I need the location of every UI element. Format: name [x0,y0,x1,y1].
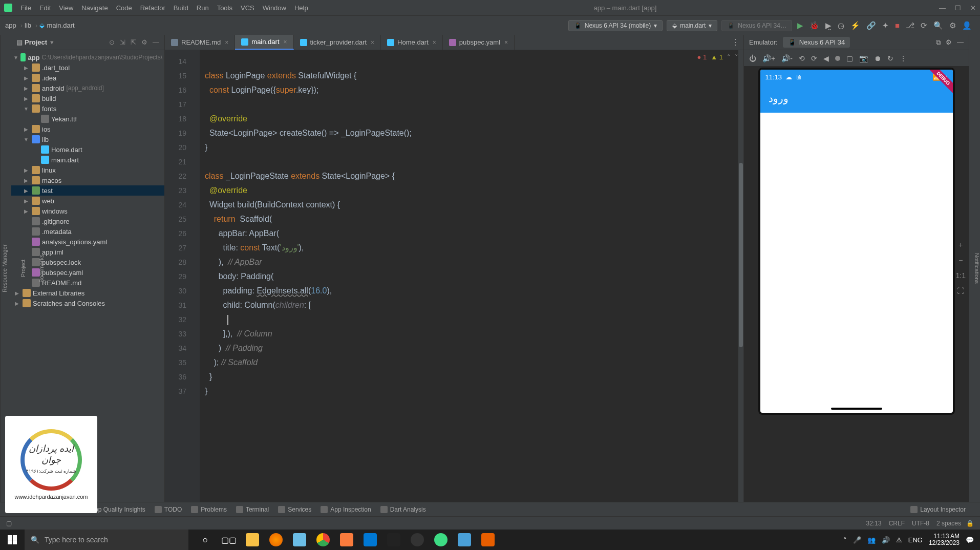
tree-item[interactable]: ▶linux [11,165,164,175]
cortana-icon[interactable]: ○ [194,530,217,550]
tree-item[interactable]: .metadata [11,226,164,237]
menu-run[interactable]: Run [194,3,212,13]
tree-root[interactable]: ▼ app C:\Users\idehpardazanjavan\StudioP… [11,52,164,62]
tree-item[interactable]: pubspec.yaml [11,267,164,278]
emulator-window-icon[interactable]: ⧉ [936,38,941,47]
tw-problems[interactable]: Problems [191,506,227,513]
avatar-icon[interactable]: 👤 [962,21,972,30]
indent[interactable]: 2 spaces [936,520,961,527]
editor-tab[interactable]: main.dart× [235,35,293,50]
tree-item[interactable]: README.md [11,278,164,288]
tree-item[interactable]: main.dart [11,155,164,165]
target-selector[interactable]: 📱 Nexus 6 API 34… [721,20,792,31]
tree-item[interactable]: .gitignore [11,216,164,226]
stop-icon[interactable]: ■ [895,21,900,30]
device-frame[interactable]: 11:13 ☁ 🗎 📶 ◢ ورود [760,70,953,413]
editor-tab[interactable]: README.md× [165,35,235,50]
editor-tab[interactable]: Home.dart× [381,35,443,50]
tree-item[interactable]: ▼lib [11,134,164,144]
flutter-icon[interactable]: ✦ [882,21,889,30]
tw-services[interactable]: Services [278,506,311,513]
power-icon[interactable]: ⏻ [749,54,756,62]
close-tab-icon[interactable]: × [284,38,287,46]
menu-file[interactable]: File [17,3,34,13]
zoom-out-icon[interactable]: − [958,256,963,264]
close-button[interactable]: ✕ [970,4,976,12]
strip-project[interactable]: Project [19,257,27,280]
overview-icon[interactable]: ▢ [846,54,853,62]
tree-item[interactable]: Yekan.ttf [11,114,164,124]
obs-icon[interactable] [406,530,429,550]
refresh-icon[interactable]: ↻ [887,54,893,62]
menu-navigate[interactable]: Navigate [78,3,111,13]
chrome-icon[interactable] [311,530,335,550]
android-studio-icon[interactable] [429,530,453,550]
tw-terminal[interactable]: Terminal [236,506,269,513]
emulator-settings-icon[interactable]: ⚙ [946,38,952,46]
back-icon[interactable]: ◀ [823,54,829,62]
tray-chevron-icon[interactable]: ˄ [843,536,847,544]
strip-resource-manager[interactable]: Resource Manager [1,241,9,295]
hide-panel-icon[interactable]: — [153,38,159,46]
menu-help[interactable]: Help [291,3,311,13]
tray-people-icon[interactable]: 👥 [867,536,876,544]
tray-network-icon[interactable]: ⚠ [896,536,902,544]
menu-build[interactable]: Build [171,3,191,13]
code-body[interactable]: class LoginPage extends StatefulWidget {… [200,50,743,502]
tree-item[interactable]: ▶ios [11,124,164,134]
chevron-down-icon[interactable]: ▾ [50,38,54,46]
emulator-tab[interactable]: 📱 Nexus 6 API 34 [783,37,850,48]
collapse-all-icon[interactable]: ⇱ [131,38,136,46]
tree-item[interactable]: ▶build [11,93,164,103]
encoding[interactable]: UTF-8 [912,520,929,527]
tree-item[interactable]: ▶test [11,185,164,196]
home-icon[interactable] [835,56,840,61]
tree-item[interactable]: analysis_options.yaml [11,237,164,247]
editor-tab[interactable]: ticker_provider.dart× [294,35,381,50]
code-editor[interactable]: ● 1 ▲ 1 ˄˅ 14151617181920212223242526272… [165,50,743,502]
menu-code[interactable]: Code [113,3,135,13]
strip-bookmarks[interactable]: Bookmarks [37,251,46,285]
tray-notifications-icon[interactable]: 💬 [966,536,974,544]
settings-icon[interactable]: ⚙ [949,21,956,30]
caret-position[interactable]: 32:13 [866,520,882,527]
tree-item[interactable]: pubspec.lock [11,257,164,267]
crumb-file[interactable]: ⬙ [39,22,45,29]
file-explorer-icon[interactable] [241,530,264,550]
close-tab-icon[interactable]: × [433,39,436,46]
zoom-in-icon[interactable]: + [958,241,963,249]
tray-lang[interactable]: ENG [908,536,923,544]
zoom-fit-icon[interactable]: 1:1 [956,271,966,280]
screenshot-icon[interactable]: 📷 [859,54,868,62]
crumb-app[interactable]: app [5,22,16,29]
menu-view[interactable]: View [56,3,76,13]
git-icon[interactable]: ⎇ [906,21,914,30]
tree-item[interactable]: Home.dart [11,144,164,155]
search-icon[interactable]: 🔍 [933,21,943,30]
tree-item[interactable]: ▶android[app_android] [11,83,164,93]
tray-clock[interactable]: 11:13 AM12/23/2023 [929,533,960,546]
coverage-icon[interactable]: ▶̤ [825,21,832,30]
rotate-left-icon[interactable]: ⟲ [799,54,805,62]
tree-item[interactable]: app.iml [11,247,164,257]
menu-refactor[interactable]: Refactor [137,3,168,13]
hot-reload-icon[interactable]: ⚡ [850,21,860,30]
select-opened-icon[interactable]: ⊙ [109,38,115,46]
vscode-icon[interactable] [358,530,382,550]
vlc-icon[interactable] [476,530,500,550]
tray-volume-icon[interactable]: 🔊 [882,536,890,544]
tw-todo[interactable]: TODO [155,506,182,513]
record-icon[interactable]: ⏺ [874,54,881,62]
debug-icon[interactable]: 🐞 [809,21,819,30]
attach-icon[interactable]: 🔗 [866,21,876,30]
gutter-icons[interactable] [190,50,200,502]
emulator-hide-icon[interactable]: — [957,38,964,46]
run-icon[interactable]: ▶ [797,21,803,30]
tw-layout-inspector[interactable]: Layout Inspector [910,506,966,513]
profile-icon[interactable]: ◷ [838,21,844,30]
tree-item[interactable]: ▶.dart_tool [11,62,164,73]
tray-mic-icon[interactable]: 🎤 [853,536,861,544]
more-icon[interactable]: ⋮ [900,54,907,62]
tree-item[interactable]: ▶macos [11,175,164,185]
tree-item[interactable]: ▼fonts [11,103,164,114]
